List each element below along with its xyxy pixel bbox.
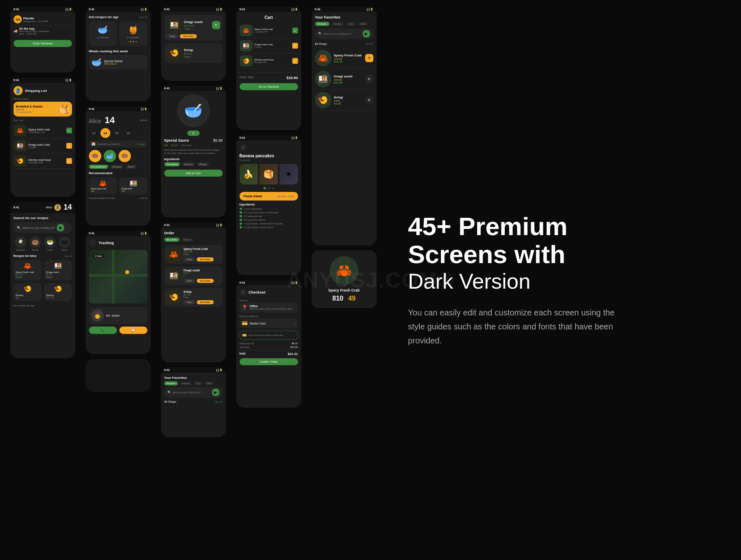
star-2: ★ [132, 40, 134, 43]
recipes-see-all[interactable]: See all [64, 255, 72, 257]
recipe-4-price: $10.40 [46, 296, 70, 299]
fav-search-btn[interactable]: ▶ [212, 389, 219, 396]
phone-search: 9:41 Alice 👤 14 Search for our recipes 🔍… [10, 202, 75, 358]
tab-recipes[interactable]: Recipes [164, 381, 178, 385]
starter-info: Special Starter 50kj/100cal [104, 60, 123, 65]
ingredient-tags: Pineapple Banana Mango [164, 162, 223, 166]
tag-recipes[interactable]: Recipes [110, 165, 124, 169]
office-address: 356 Floor, Sylva tower, west Pirmohalla,… [250, 308, 292, 310]
all-shops-lbl: All Shops [315, 42, 327, 45]
sushi-reorder-btn[interactable]: Re-Order [197, 279, 214, 283]
shrimp-reorder-btn[interactable]: Re-Order [197, 300, 214, 304]
search-submit-button[interactable]: ▶ [57, 224, 64, 231]
ing-banana: Banana [182, 162, 195, 166]
rec-2-emoji: 🍱 [121, 180, 145, 187]
cart-item-1: 🦀 Spacy fresh crab 1 package / 3d 1 [14, 123, 72, 138]
tab-history[interactable]: History [181, 238, 194, 242]
fav-big-search[interactable]: 🔍 What are you looking for? ▶ [315, 28, 373, 39]
cart-sushi-left: 🍱 Onagi sushi crab 3 stylen [240, 40, 273, 51]
age-see-all[interactable]: See All [140, 16, 147, 19]
reorder-button[interactable]: Re-Order [180, 34, 197, 38]
sushi-order-btns: Rate Re-Order [184, 279, 221, 283]
pasta-salad-btn[interactable]: Pasta Salad 24 mins 4 kcal [240, 192, 298, 201]
ing-3: 1/2 teaspoon salt [240, 215, 298, 217]
shops-see-all[interactable]: See all [366, 42, 373, 45]
phone-delivery: 9:41 ▐▐ 🔋 🍽 Panela Restaurant · 12:30 PM… [10, 7, 75, 72]
fav-sushi-add-btn[interactable]: + [365, 75, 373, 83]
sushi-add-btn[interactable]: + [212, 21, 220, 29]
all-shops-see-all[interactable]: See all [215, 401, 222, 403]
recipe-3-price: $12 [16, 296, 40, 299]
breakfast-info: Breakfast & Snacks ★★★★ 14 ingredients [16, 105, 43, 113]
card-name: Master Card [250, 322, 266, 325]
shrimp-qty: 2 item [184, 56, 193, 58]
restaurant-name: Panela [23, 16, 48, 20]
page-wrapper: 9:41 ▐▐ 🔋 🍽 Panela Restaurant · 12:30 PM… [0, 0, 741, 560]
crab-reorder-btn[interactable]: Re-Order [197, 257, 214, 261]
shrimp-rate-btn[interactable]: Rate [184, 300, 196, 304]
sushi-order-price: $10 [184, 272, 221, 275]
fav-shrimp-add-btn[interactable]: + [365, 96, 373, 104]
delivery-time: Now · 10:23 PM [19, 33, 49, 35]
hero-line2: Screens with [408, 240, 710, 268]
big-tab-offer[interactable]: Offer [357, 22, 368, 26]
recent-orders-label: Recent orders [14, 98, 72, 100]
checkout-button[interactable]: Go to Checkout [240, 83, 298, 90]
fav-search-icon: 🔍 [168, 391, 171, 394]
sushi-qty: 2 item [184, 28, 203, 30]
rate-button[interactable]: Rate [167, 34, 179, 38]
calendar-content: Alice 14 Month 13 14 15 16 📅 Currently o… [86, 112, 151, 203]
day-14-active[interactable]: 14 [100, 128, 110, 138]
fav-big-tabs: Recipes Articles Tips Offer [315, 22, 373, 26]
shrimp-qty: 2 [66, 158, 72, 164]
stars: ★ ★ ★ [123, 40, 144, 43]
fav-search[interactable]: 🔍 What are you looking for? ▶ [164, 387, 223, 398]
rec-1-emoji: 🦀 [91, 180, 115, 187]
phone-favorites-col3: 9:41 ▐▐ 🔋 Your Favorites Recipes Article… [161, 367, 226, 437]
fav-shrimp-price: $4.88 [334, 102, 343, 105]
coupon-icon: 🎫 [242, 333, 247, 337]
change-button[interactable]: Change [136, 143, 144, 145]
sushi-rate-btn[interactable]: Rate [184, 279, 196, 283]
crab-rate-btn[interactable]: Rate [184, 257, 196, 261]
cart-item-3: 🍤 Shrimp maril food Namaste killa 2 [14, 154, 72, 169]
sbar-menu: 9:41 ▐▐ 🔋 [161, 7, 226, 12]
search-bar[interactable]: 🔍 What are you looking for? ▶ [14, 222, 72, 233]
back-button[interactable]: ‹ [89, 239, 96, 247]
tag-other[interactable]: Other [126, 165, 137, 169]
total-value: $21.31 [288, 352, 298, 356]
fav-tabs: Recipes Articles Tips Offer [164, 381, 223, 385]
tab-offer[interactable]: Offer [204, 381, 214, 385]
ing-text-6: 4 cups lettuce, thinly sliced [244, 226, 273, 229]
fav-crab-left: 🦀 Spacy Fresh Crab ★★★★ $10.49 [315, 50, 362, 66]
add-to-cart-button[interactable]: Add to Cart [164, 170, 223, 177]
shrimp-info: Shrimp maril food Namaste killa [28, 159, 51, 164]
jar-emoji: 🍯 [123, 25, 144, 35]
tab-tips[interactable]: Tips [193, 381, 203, 385]
cart-sushi: 🍱 Onagi sushi crab 3 stylen 1 [240, 38, 298, 54]
back-btn-banana[interactable]: ‹ [240, 144, 247, 151]
popular-see-all[interactable]: See all [140, 197, 147, 199]
confirm-order-btn[interactable]: Confirm Order [240, 358, 298, 365]
fav-crab-add-btn[interactable]: + [365, 54, 373, 62]
big-tab-articles[interactable]: Articles [331, 22, 345, 26]
big-tab-recipes[interactable]: Recipes [315, 22, 330, 26]
big-tab-tips[interactable]: Tips [346, 22, 356, 26]
tag-dev[interactable]: Development [89, 165, 108, 169]
order-title: Order [164, 231, 223, 235]
add-icon[interactable]: + [212, 21, 220, 29]
action-buttons: 📞 💬 [89, 327, 147, 334]
back-btn-checkout[interactable]: ‹ [240, 289, 247, 296]
tab-articles[interactable]: Articles [179, 381, 192, 385]
fav-big-search-btn[interactable]: ▶ [363, 30, 370, 37]
order-total-value: $16.94 [287, 76, 298, 80]
total-label: total [240, 352, 246, 356]
tab-my-order[interactable]: My Order [164, 238, 179, 242]
starter-emoji: 🥣 [91, 57, 102, 67]
fav-search-placeholder: What are you looking for? [173, 391, 201, 394]
chat-button[interactable]: 💬 [119, 327, 147, 334]
location-emoji: 📍 [242, 305, 248, 310]
call-button[interactable]: 📞 [89, 327, 117, 334]
coupon-section[interactable]: 🎫 Got coupon to promo code here [240, 331, 298, 340]
order-received-button[interactable]: Order Recieved [14, 40, 72, 47]
